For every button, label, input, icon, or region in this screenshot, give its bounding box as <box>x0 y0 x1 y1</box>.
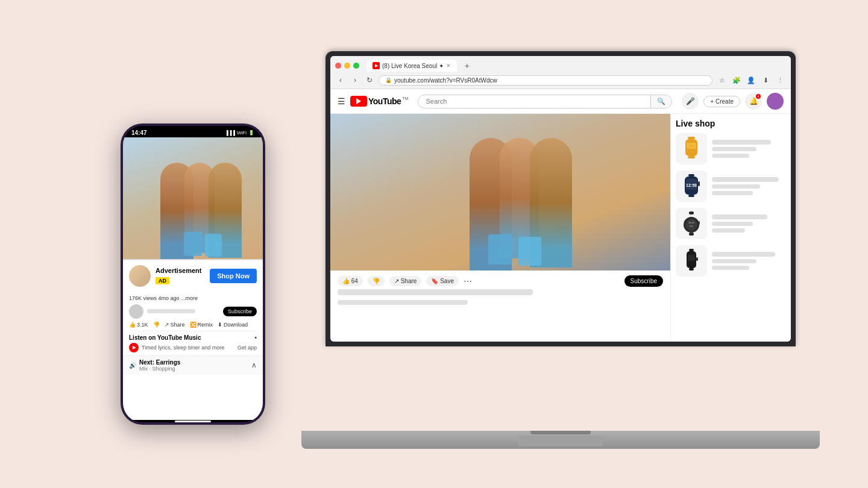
more-options-icon[interactable]: ⋮ <box>774 74 786 86</box>
video-player[interactable] <box>330 114 670 271</box>
video-meta-text: 176K views 4mo ago ...more <box>129 295 257 301</box>
home-pill <box>175 421 211 422</box>
svg-rect-11 <box>689 211 694 214</box>
svg-rect-22 <box>696 257 698 261</box>
shop-item-image-3: 10:10 GPS <box>676 208 707 239</box>
shop-item-2[interactable]: 12:58 <box>676 170 786 202</box>
traffic-lights <box>335 63 359 69</box>
refresh-button[interactable]: ↻ <box>364 75 375 86</box>
extensions-icon[interactable]: 🧩 <box>731 74 743 86</box>
laptop: ▶ (8) Live Korea Seoul ✦ ✕ + ‹ › ↻ 🔒 you… <box>301 51 820 449</box>
expand-icon[interactable]: ∧ <box>251 361 257 369</box>
channel-name-bar <box>147 309 195 313</box>
shop-item-price-bar <box>712 147 756 151</box>
ad-info: Advertisement AD <box>156 267 205 285</box>
shop-item-image-1 <box>676 133 707 164</box>
phone-share-button[interactable]: ↗ Share <box>165 322 185 328</box>
youtube-logo-text: YouTube <box>368 96 401 106</box>
shop-item-price-bar-3 <box>712 222 753 226</box>
svg-point-4 <box>691 145 693 147</box>
browser-tab-active[interactable]: ▶ (8) Live Korea Seoul ✦ ✕ <box>366 60 457 72</box>
get-app-button[interactable]: Get app <box>237 345 257 351</box>
shop-item-desc-bar-4 <box>712 266 749 270</box>
svg-text:GPS: GPS <box>690 225 693 228</box>
youtube-content: 👍 64 👎 ↗ Share 🔖 Save ⋯ Subscribe <box>330 114 791 342</box>
new-tab-button[interactable]: + <box>462 60 473 71</box>
more-actions-button[interactable]: ⋯ <box>464 277 472 286</box>
svg-text:12:58: 12:58 <box>686 183 697 187</box>
youtube-logo[interactable]: YouTube TM <box>350 96 408 107</box>
phone-remix-button[interactable]: 🔀 Remix <box>190 322 213 328</box>
phone-like-button[interactable]: 👍 3.1K <box>129 322 148 328</box>
phone-subscribe-button[interactable]: Subscribe <box>223 307 257 316</box>
phone: 14:47 ▐▐▐ WiFi 🔋 <box>121 124 265 425</box>
next-section[interactable]: 🔊 Next: Earrings Mix · Shopping ∧ <box>123 355 263 375</box>
shop-item-1[interactable] <box>676 133 786 164</box>
phone-time: 14:47 <box>131 130 147 136</box>
wifi-icon: WiFi <box>237 130 247 136</box>
svg-rect-20 <box>688 255 695 261</box>
shop-item-title-bar-4 <box>712 252 775 257</box>
maximize-window-button[interactable] <box>353 63 359 69</box>
battery-icon: 🔋 <box>248 130 254 136</box>
svg-text:10:10: 10:10 <box>688 221 695 224</box>
shop-item-title-bar-3 <box>712 214 767 219</box>
phone-inner: 14:47 ▐▐▐ WiFi 🔋 <box>123 126 263 422</box>
mic-button[interactable]: 🎤 <box>682 93 699 110</box>
scene: ▶ (8) Live Korea Seoul ✦ ✕ + ‹ › ↻ 🔒 you… <box>48 27 820 461</box>
search-button[interactable]: 🔍 <box>650 95 671 108</box>
phone-channel-row: Subscribe <box>129 304 257 319</box>
share-button[interactable]: ↗ Share <box>389 276 421 286</box>
create-button[interactable]: + Create <box>703 96 740 107</box>
browser-address-bar: ‹ › ↻ 🔒 youtube.com/watch?v=RVsR0AtWdcw … <box>330 72 791 89</box>
svg-rect-16 <box>689 233 694 236</box>
save-button[interactable]: 🔖 Save <box>426 276 459 286</box>
close-window-button[interactable] <box>335 63 341 69</box>
svg-rect-3 <box>688 156 695 158</box>
shop-item-4[interactable] <box>676 245 786 277</box>
laptop-lid: ▶ (8) Live Korea Seoul ✦ ✕ + ‹ › ↻ 🔒 you… <box>326 51 796 346</box>
phone-actions-row: 👍 3.1K 👎 ↗ Share 🔀 Remix ⬇ Download <box>129 322 257 328</box>
video-below: 👍 64 👎 ↗ Share 🔖 Save ⋯ Subscribe <box>330 271 670 310</box>
download-icon[interactable]: ⬇ <box>760 74 772 86</box>
phone-dislike-button[interactable]: 👎 <box>153 322 160 328</box>
browser-chrome: ▶ (8) Live Korea Seoul ✦ ✕ + ‹ › ↻ 🔒 you… <box>330 56 791 89</box>
listen-row: ▶ Timed lyrics, sleep timer and more Get… <box>129 343 257 352</box>
video-actions: 👍 64 👎 ↗ Share 🔖 Save ⋯ Subscribe <box>338 275 663 287</box>
bookmark-icon[interactable]: ☆ <box>716 74 728 86</box>
minimize-window-button[interactable] <box>344 63 350 69</box>
phone-download-button[interactable]: ⬇ Download <box>218 322 248 328</box>
svg-rect-21 <box>689 268 694 271</box>
notification-badge: 4 <box>756 94 761 99</box>
signal-icon: ▐▐▐ <box>225 130 235 136</box>
subscribe-button[interactable]: Subscribe <box>624 275 663 287</box>
tab-close-button[interactable]: ✕ <box>446 63 451 69</box>
phone-video-player[interactable] <box>123 137 263 259</box>
search-input[interactable] <box>418 95 650 107</box>
shop-item-price-bar-2 <box>712 184 760 189</box>
video-subtitle-bar <box>338 300 468 305</box>
profile-icon[interactable]: 👤 <box>745 74 757 86</box>
speaker-icon: 🔊 <box>129 362 136 369</box>
hamburger-menu-button[interactable]: ☰ <box>338 96 345 106</box>
phone-home-indicator <box>123 420 263 422</box>
forward-button[interactable]: › <box>350 75 360 86</box>
ad-title: Advertisement <box>156 267 205 274</box>
back-button[interactable]: ‹ <box>335 75 346 86</box>
listen-dot: • <box>254 334 257 341</box>
tab-title: (8) Live Korea Seoul ✦ <box>382 63 444 69</box>
user-avatar[interactable] <box>767 93 784 110</box>
next-subtitle: Mix · Shopping <box>139 366 248 372</box>
shop-item-3[interactable]: 10:10 GPS <box>676 208 786 239</box>
dislike-button[interactable]: 👎 <box>368 276 385 286</box>
notifications-button[interactable]: 🔔 4 <box>745 93 762 110</box>
youtube-tm: TM <box>402 96 408 101</box>
phone-bottom-content: 176K views 4mo ago ...more Subscribe 👍 3… <box>123 292 263 421</box>
shop-now-button[interactable]: Shop Now <box>210 269 257 283</box>
shop-item-info-4 <box>712 252 786 270</box>
address-field[interactable]: 🔒 youtube.com/watch?v=RVsR0AtWdcw <box>379 75 712 86</box>
search-bar[interactable]: 🔍 <box>418 95 672 108</box>
like-button[interactable]: 👍 64 <box>338 276 363 286</box>
video-title-bar <box>338 289 533 295</box>
video-thumbnail <box>330 114 670 271</box>
